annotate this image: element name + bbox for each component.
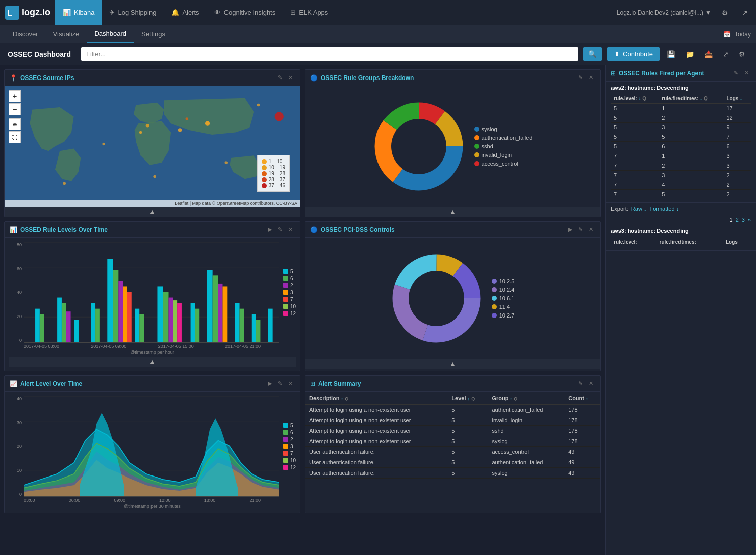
aws2-rules-table: rule.level: ↓ Q rule.firedtimes: ↓ Q Log…: [611, 94, 751, 199]
svg-rect-49: [222, 286, 227, 342]
col-rule-level[interactable]: rule.level: ↓ Q: [611, 94, 659, 104]
nav-kibana[interactable]: 📊 Kibana: [55, 0, 102, 25]
svg-rect-27: [62, 303, 66, 342]
col-description[interactable]: Description ↕ Q: [305, 392, 447, 405]
edit-panel-alert-level[interactable]: ✎: [276, 379, 284, 388]
rule-firedtimes-3: 5: [659, 132, 723, 142]
filter-firedtimes-icon[interactable]: Q: [704, 96, 708, 101]
col-group[interactable]: Group ↕ Q: [488, 392, 565, 405]
svg-point-19: [391, 119, 446, 174]
close-rules-fired[interactable]: ✕: [742, 69, 751, 77]
fullscreen-map-button[interactable]: ⛶: [9, 131, 21, 143]
aws3-col-firedtimes[interactable]: rule.firedtimes:: [657, 237, 723, 247]
panel-source-ips-title: OSSEC Source IPs: [20, 74, 273, 82]
edit-panel-pci-dss[interactable]: ✎: [576, 225, 585, 234]
y-axis-rule-levels: 80 60 40 20 0: [9, 242, 24, 343]
options-button[interactable]: ⚙: [736, 48, 748, 60]
reset-zoom-button[interactable]: ⊕: [9, 118, 21, 130]
raw-export-link[interactable]: Raw ↓: [631, 206, 647, 212]
edit-panel-rule-groups[interactable]: ✎: [576, 73, 585, 82]
rules-row-6: 7 2 3: [611, 161, 751, 171]
nav-elk-apps[interactable]: ⊞ ELK Apps: [283, 0, 335, 25]
edit-panel-rule-levels[interactable]: ✎: [276, 225, 284, 234]
svg-rect-42: [173, 300, 177, 342]
zoom-out-button[interactable]: −: [9, 103, 21, 115]
search-button[interactable]: 🔍: [583, 47, 602, 61]
panel-pci-dss-body: 10.2.5 10.2.4 10.6.1 11.4: [305, 238, 600, 371]
panel-alert-summary-actions: ✎ ✕: [576, 379, 595, 388]
filter-level-icon[interactable]: Q: [471, 396, 475, 401]
close-panel-source-ips[interactable]: ✕: [286, 73, 295, 82]
right-panel-rules-fired: ⊞ OSSEC Rules Fired per Agent ✎ ✕ aws2: …: [605, 65, 756, 555]
pci-dss-scroll-btn[interactable]: ▲: [305, 359, 600, 369]
close-panel-alert-summary[interactable]: ✕: [587, 379, 595, 388]
edit-panel-source-ips[interactable]: ✎: [276, 73, 284, 82]
share-button[interactable]: 📤: [701, 48, 716, 60]
legend-6: 6: [283, 276, 296, 281]
svg-rect-51: [240, 309, 244, 342]
col-rule-firedtimes[interactable]: rule.firedtimes: ↓ Q: [659, 94, 723, 104]
page-2[interactable]: 2: [736, 217, 739, 223]
close-panel-alert-level[interactable]: ✕: [286, 379, 295, 388]
legend-3: 3: [283, 290, 296, 295]
top-navigation: L logz.io 📊 Kibana ✈ Log Shipping 🔔 Aler…: [0, 0, 756, 25]
donut-svg-rule-groups: [373, 101, 464, 192]
subnav-discover[interactable]: Discover: [5, 25, 46, 43]
nav-alerts[interactable]: 🔔 Alerts: [164, 0, 206, 25]
legend-color-auth-failed: [474, 135, 479, 140]
filter-rule-level-icon[interactable]: Q: [642, 96, 646, 101]
filter-group-icon[interactable]: Q: [514, 396, 517, 401]
svg-rect-43: [177, 303, 182, 342]
alert-count-2: 178: [564, 426, 600, 436]
filter-description-icon[interactable]: Q: [345, 396, 348, 401]
aws3-col-rule-level[interactable]: rule.level:: [611, 237, 657, 247]
fullscreen-button[interactable]: ⤢: [720, 48, 732, 60]
expand-panel-pci-dss[interactable]: ▶: [566, 225, 574, 234]
svg-point-9: [102, 143, 105, 146]
close-panel-rule-groups[interactable]: ✕: [587, 73, 595, 82]
col-count[interactable]: Count ↕: [564, 392, 600, 405]
map-attribution: Leaflet | Map data © OpenStreetMap contr…: [5, 200, 300, 207]
page-1[interactable]: 1: [730, 217, 733, 223]
user-menu[interactable]: Logz.io DanielDev2 (daniel@l...) ▼: [617, 9, 711, 16]
close-panel-pci-dss[interactable]: ✕: [587, 225, 595, 234]
map-scroll-btn[interactable]: ▲: [5, 207, 300, 217]
alert-level-6: 5: [447, 468, 488, 479]
col-level[interactable]: Level ↕ Q: [447, 392, 488, 405]
edit-rules-fired[interactable]: ✎: [732, 69, 740, 77]
alert-count-1: 178: [564, 415, 600, 426]
rule-levels-scroll-btn[interactable]: ▲: [9, 357, 296, 367]
col-logs[interactable]: Logs ↕: [723, 94, 751, 104]
legend-dot-3: [262, 171, 267, 176]
svg-rect-47: [213, 275, 218, 342]
panel-rule-levels-title: OSSED Rule Levels Over Time: [20, 226, 263, 233]
panel-alert-level-title: Alert Level Over Time: [20, 380, 263, 387]
panel-rule-levels: 📊 OSSED Rule Levels Over Time ▶ ✎ ✕ 80 6…: [4, 221, 300, 371]
rules-row-9: 7 5 2: [611, 190, 751, 199]
subnav-dashboard[interactable]: Dashboard: [87, 25, 134, 43]
panel-rule-groups-actions: ✎ ✕: [576, 73, 595, 82]
edit-panel-alert-summary[interactable]: ✎: [576, 379, 585, 388]
aws3-col-logs[interactable]: Logs: [723, 237, 751, 247]
page-3[interactable]: 3: [742, 217, 745, 223]
logo[interactable]: L logz.io: [5, 6, 50, 20]
close-panel-rule-levels[interactable]: ✕: [286, 225, 295, 234]
nav-cognitive-insights[interactable]: 👁 Cognitive Insights: [207, 0, 283, 25]
external-link-button[interactable]: ↗: [739, 7, 751, 19]
zoom-in-button[interactable]: +: [9, 90, 21, 102]
expand-panel-rule-levels[interactable]: ▶: [266, 225, 274, 234]
formatted-export-link[interactable]: Formatted ↓: [649, 206, 679, 212]
save-button[interactable]: 💾: [664, 48, 678, 60]
subnav-settings[interactable]: Settings: [134, 25, 173, 43]
nav-log-shipping[interactable]: ✈ Log Shipping: [102, 0, 164, 25]
settings-button[interactable]: ⚙: [719, 7, 731, 19]
filter-input[interactable]: [81, 47, 578, 61]
rule-level-8: 7: [611, 180, 659, 190]
contribute-button[interactable]: ⬆ Contribute: [607, 47, 660, 61]
expand-panel-alert-level[interactable]: ▶: [266, 379, 274, 388]
y-axis-alert: 40 30 20 10 0: [9, 396, 24, 497]
page-next[interactable]: »: [748, 217, 751, 223]
subnav-visualize[interactable]: Visualize: [46, 25, 87, 43]
rule-groups-scroll-btn[interactable]: ▲: [305, 207, 600, 217]
load-button[interactable]: 📁: [683, 48, 697, 60]
